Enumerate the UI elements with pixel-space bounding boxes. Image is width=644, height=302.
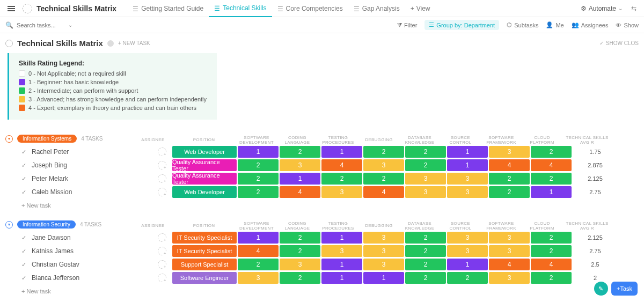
skill-cell[interactable]: 3 <box>489 232 530 244</box>
add-assignee-icon[interactable] <box>158 174 166 183</box>
skill-cell[interactable]: 2 <box>280 272 320 284</box>
assignee-cell[interactable] <box>140 274 172 282</box>
skill-cell[interactable]: 2 <box>405 232 446 244</box>
table-row[interactable]: ✓Joseph BingQuality Assurance Tester2343… <box>5 159 639 172</box>
skill-cell[interactable]: 2 <box>238 186 279 198</box>
position-cell[interactable]: IT Security Specialist <box>172 245 237 257</box>
skill-cell[interactable]: 2 <box>531 245 572 257</box>
new-task-float-button[interactable]: + Task <box>611 282 638 296</box>
search-wrap[interactable]: 🔍 ⌄ <box>5 21 75 29</box>
collapse-all-icon[interactable] <box>5 40 13 47</box>
add-assignee-icon[interactable] <box>158 161 166 170</box>
menu-icon[interactable] <box>4 3 18 14</box>
skill-cell[interactable]: 3 <box>447 173 488 185</box>
skill-cell[interactable]: 1 <box>280 173 320 185</box>
assignee-cell[interactable] <box>140 174 172 183</box>
skill-cell[interactable]: 3 <box>405 186 446 198</box>
skill-cell[interactable]: 2 <box>405 245 446 257</box>
skill-cell[interactable]: 3 <box>489 146 530 158</box>
skill-cell[interactable]: 2 <box>405 272 446 284</box>
skill-cell[interactable]: 2 <box>489 173 530 185</box>
skill-cell[interactable]: 3 <box>321 186 362 198</box>
skill-cell[interactable]: 2 <box>531 272 572 284</box>
skill-cell[interactable]: 2 <box>280 146 320 158</box>
skill-cell[interactable]: 1 <box>321 259 362 270</box>
skill-cell[interactable]: 3 <box>447 245 488 257</box>
groupby-button[interactable]: ☰Group by: Department <box>425 20 499 30</box>
skill-cell[interactable]: 3 <box>363 259 404 270</box>
add-assignee-icon[interactable] <box>158 260 166 269</box>
tab-view[interactable]: +View <box>405 0 436 17</box>
skill-cell[interactable]: 2 <box>531 232 572 244</box>
add-assignee-icon[interactable] <box>158 247 166 255</box>
skill-cell[interactable]: 4 <box>489 159 530 171</box>
skill-cell[interactable]: 3 <box>280 159 320 171</box>
show-closed-link[interactable]: ✓SHOW CLOS <box>599 40 639 46</box>
skill-cell[interactable]: 2 <box>238 173 279 185</box>
skill-cell[interactable]: 1 <box>363 272 404 284</box>
search-input[interactable] <box>17 22 65 28</box>
table-row[interactable]: ✓Jane DawsonIT Security Specialist121323… <box>5 231 639 244</box>
assignee-cell[interactable] <box>140 247 172 255</box>
chevron-down-icon[interactable]: ▾ <box>5 221 13 229</box>
table-row[interactable]: ✓Katniss JamesIT Security Specialist4233… <box>5 245 639 257</box>
assignees-button[interactable]: 👥Assignees <box>572 21 609 28</box>
skill-cell[interactable]: 1 <box>447 146 488 158</box>
table-row[interactable]: ✓Rachel PeterWeb Developer121221321.75 <box>5 145 639 158</box>
table-row[interactable]: ✓Christian GostavSupport Specialist23132… <box>5 258 639 271</box>
tab-technical-skills[interactable]: ☰Technical Skills <box>209 0 272 17</box>
skill-cell[interactable]: 3 <box>363 159 404 171</box>
position-cell[interactable]: Web Developer <box>172 186 237 198</box>
skill-cell[interactable]: 2 <box>405 146 446 158</box>
skill-cell[interactable]: 2 <box>405 259 446 270</box>
skill-cell[interactable]: 3 <box>489 272 530 284</box>
add-assignee-icon[interactable] <box>158 188 166 196</box>
chevron-down-icon[interactable]: ▾ <box>5 135 13 143</box>
assignee-cell[interactable] <box>140 161 172 170</box>
position-cell[interactable]: Quality Assurance Tester <box>172 173 237 185</box>
skill-cell[interactable]: 1 <box>238 146 279 158</box>
skill-cell[interactable]: 1 <box>447 259 488 270</box>
task-name-cell[interactable]: ✓Katniss James <box>5 247 140 255</box>
skill-cell[interactable]: 3 <box>321 245 362 257</box>
position-cell[interactable]: Quality Assurance Tester <box>172 159 237 171</box>
new-task-link[interactable]: + NEW TASK <box>118 40 150 46</box>
skill-cell[interactable]: 3 <box>447 232 488 244</box>
me-button[interactable]: 👤Me <box>546 21 564 28</box>
group-pill[interactable]: Information Security <box>17 220 76 229</box>
task-name-cell[interactable]: ✓Christian Gostav <box>5 261 140 268</box>
table-row[interactable]: ✓Peter MelarkQuality Assurance Tester212… <box>5 172 639 185</box>
skill-cell[interactable]: 1 <box>321 272 362 284</box>
skill-cell[interactable]: 3 <box>280 259 320 270</box>
skill-cell[interactable]: 3 <box>405 173 446 185</box>
skill-cell[interactable]: 2 <box>238 259 279 270</box>
assignee-cell[interactable] <box>140 233 172 242</box>
position-cell[interactable]: IT Security Specialist <box>172 232 237 244</box>
skill-cell[interactable]: 3 <box>447 186 488 198</box>
task-name-cell[interactable]: ✓Bianca Jefferson <box>5 274 140 282</box>
new-task-row[interactable]: + New task <box>5 285 639 294</box>
skill-cell[interactable]: 3 <box>363 245 404 257</box>
tab-getting-started-guide[interactable]: ☰Getting Started Guide <box>127 0 209 17</box>
share-icon[interactable]: ⇆ <box>628 5 640 12</box>
task-name-cell[interactable]: ✓Rachel Peter <box>5 148 140 156</box>
skill-cell[interactable]: 2 <box>363 146 404 158</box>
add-assignee-icon[interactable] <box>158 233 166 242</box>
assignee-cell[interactable] <box>140 260 172 269</box>
position-cell[interactable]: Web Developer <box>172 146 237 158</box>
skill-cell[interactable]: 3 <box>363 232 404 244</box>
skill-cell[interactable]: 1 <box>447 159 488 171</box>
info-icon[interactable] <box>107 40 114 47</box>
skill-cell[interactable]: 2 <box>531 146 572 158</box>
skill-cell[interactable]: 3 <box>238 272 279 284</box>
chevron-down-icon[interactable]: ⌄ <box>68 22 72 28</box>
position-cell[interactable]: Support Specialist <box>172 259 237 270</box>
show-button[interactable]: 👁Show <box>616 22 639 28</box>
position-cell[interactable]: Software Engineer <box>172 272 237 284</box>
new-task-row[interactable]: + New task <box>5 199 639 209</box>
task-name-cell[interactable]: ✓Peter Melark <box>5 175 140 182</box>
task-name-cell[interactable]: ✓Caleb Mission <box>5 188 140 196</box>
tab-core-competencies[interactable]: ☰Core Competencies <box>272 0 348 17</box>
skill-cell[interactable]: 2 <box>363 173 404 185</box>
skill-cell[interactable]: 1 <box>321 232 362 244</box>
